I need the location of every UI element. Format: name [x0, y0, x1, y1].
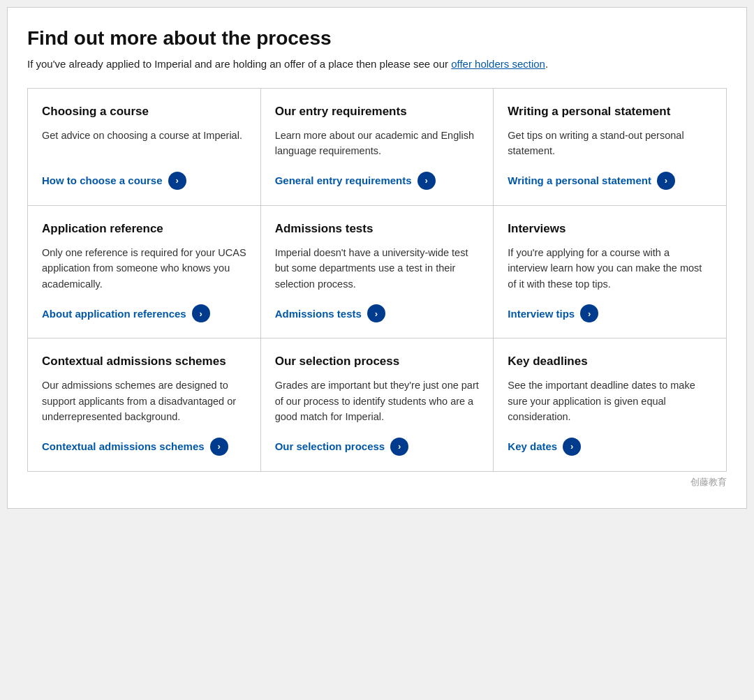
- card-title-key-deadlines: Key deadlines: [508, 354, 712, 369]
- page-container: Find out more about the process If you'v…: [7, 7, 747, 509]
- page-subtitle: If you've already applied to Imperial an…: [27, 57, 727, 73]
- card-desc-key-deadlines: See the important deadline dates to make…: [508, 378, 712, 424]
- card-link-text-interviews: Interview tips: [508, 308, 575, 320]
- chevron-right-icon-choosing-course: ›: [168, 172, 186, 190]
- card-desc-entry-requirements: Learn more about our academic and Englis…: [275, 128, 480, 159]
- card-title-selection-process: Our selection process: [275, 354, 480, 369]
- card-link-text-selection-process: Our selection process: [275, 440, 385, 452]
- watermark: 创藤教育: [27, 472, 727, 489]
- card-link-text-choosing-course: How to choose a course: [42, 174, 163, 186]
- page-title: Find out more about the process: [27, 27, 727, 50]
- card-link-text-entry-requirements: General entry requirements: [275, 174, 412, 186]
- card-link-application-reference[interactable]: About application references ›: [42, 304, 246, 322]
- chevron-right-icon-interviews: ›: [580, 304, 598, 322]
- card-title-admissions-tests: Admissions tests: [275, 221, 480, 237]
- subtitle-text: If you've already applied to Imperial an…: [27, 58, 451, 70]
- card-grid: Choosing a course Get advice on choosing…: [27, 88, 727, 472]
- card-personal-statement: Writing a personal statement Get tips on…: [494, 89, 727, 206]
- card-application-reference: Application reference Only one reference…: [28, 206, 261, 339]
- subtitle-end: .: [545, 58, 548, 70]
- card-link-admissions-tests[interactable]: Admissions tests ›: [275, 304, 480, 322]
- offer-holders-link[interactable]: offer holders section: [451, 58, 545, 70]
- card-link-choosing-course[interactable]: How to choose a course ›: [42, 172, 246, 190]
- card-link-text-key-deadlines: Key dates: [508, 440, 557, 452]
- card-interviews: Interviews If you're applying for a cour…: [494, 206, 727, 339]
- card-title-entry-requirements: Our entry requirements: [275, 104, 480, 119]
- card-desc-interviews: If you're applying for a course with a i…: [508, 245, 712, 292]
- card-desc-choosing-course: Get advice on choosing a course at Imper…: [42, 128, 246, 159]
- card-link-key-deadlines[interactable]: Key dates ›: [508, 438, 712, 456]
- card-desc-personal-statement: Get tips on writing a stand-out personal…: [508, 128, 712, 159]
- card-key-deadlines: Key deadlines See the important deadline…: [494, 338, 727, 472]
- card-link-entry-requirements[interactable]: General entry requirements ›: [275, 172, 480, 190]
- card-title-personal-statement: Writing a personal statement: [508, 104, 712, 119]
- card-link-text-application-reference: About application references: [42, 308, 186, 320]
- chevron-right-icon-entry-requirements: ›: [417, 172, 436, 190]
- card-title-application-reference: Application reference: [42, 221, 246, 237]
- card-desc-selection-process: Grades are important but they're just on…: [275, 378, 480, 424]
- chevron-right-icon-selection-process: ›: [390, 438, 408, 456]
- card-link-selection-process[interactable]: Our selection process ›: [275, 438, 480, 456]
- card-title-interviews: Interviews: [508, 221, 712, 237]
- chevron-right-icon-contextual-admissions: ›: [210, 438, 228, 456]
- card-selection-process: Our selection process Grades are importa…: [261, 338, 494, 472]
- chevron-right-icon-application-reference: ›: [192, 304, 210, 322]
- card-desc-contextual-admissions: Our admissions schemes are designed to s…: [42, 378, 246, 424]
- card-link-text-personal-statement: Writing a personal statement: [508, 174, 651, 186]
- chevron-right-icon-personal-statement: ›: [657, 172, 675, 190]
- card-admissions-tests: Admissions tests Imperial doesn't have a…: [261, 206, 494, 339]
- card-desc-application-reference: Only one reference is required for your …: [42, 245, 246, 292]
- card-link-interviews[interactable]: Interview tips ›: [508, 304, 712, 322]
- chevron-right-icon-key-deadlines: ›: [563, 438, 581, 456]
- card-link-personal-statement[interactable]: Writing a personal statement ›: [508, 172, 712, 190]
- card-entry-requirements: Our entry requirements Learn more about …: [261, 89, 494, 206]
- card-link-text-admissions-tests: Admissions tests: [275, 308, 362, 320]
- chevron-right-icon-admissions-tests: ›: [367, 304, 385, 322]
- card-link-text-contextual-admissions: Contextual admissions schemes: [42, 440, 205, 452]
- card-title-choosing-course: Choosing a course: [42, 104, 246, 119]
- card-contextual-admissions: Contextual admissions schemes Our admiss…: [28, 338, 261, 472]
- card-link-contextual-admissions[interactable]: Contextual admissions schemes ›: [42, 438, 246, 456]
- card-title-contextual-admissions: Contextual admissions schemes: [42, 354, 246, 369]
- card-desc-admissions-tests: Imperial doesn't have a university-wide …: [275, 245, 480, 292]
- card-choosing-course: Choosing a course Get advice on choosing…: [28, 89, 261, 206]
